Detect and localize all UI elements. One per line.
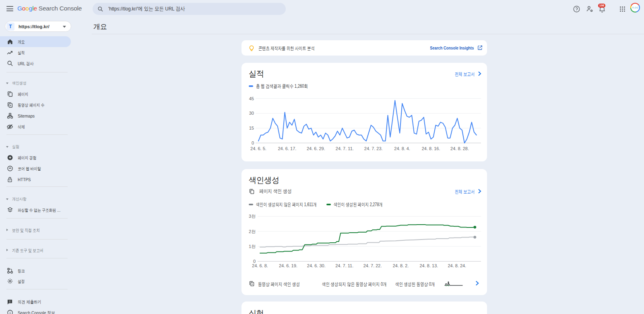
svg-text:0: 0 (252, 140, 254, 145)
page-title: 개요 (93, 22, 107, 31)
sidebar-item-https[interactable]: HTTPS (0, 174, 71, 185)
sidebar-section-indexing[interactable]: 색인생성 (0, 78, 71, 89)
svg-text:24. 7. 11.: 24. 7. 11. (336, 146, 354, 151)
video-indexing-sparkline (444, 280, 464, 287)
sidebar-item-overview[interactable]: 개요 (0, 36, 71, 47)
svg-text:24. 6. 30.: 24. 6. 30. (307, 263, 326, 268)
lightbulb-icon (248, 45, 255, 51)
video-indexing-row[interactable]: 동영상 페이지 색인 생성 색인 생성되지 않은 동영상 페이지 0개 색인 생… (242, 279, 487, 289)
svg-text:3천: 3천 (249, 214, 256, 219)
triangle-down-icon (6, 83, 8, 84)
sidebar-section-security[interactable]: 보안 및 직접 조치 (0, 225, 71, 236)
svg-text:24. 6. 5.: 24. 6. 5. (250, 146, 266, 151)
performance-card: 실적 전체 보고서 총 웹 검색결과 클릭수 1,260회 015304524.… (242, 63, 487, 161)
video-indexing-title: 동영상 페이지 색인 생성 (258, 281, 300, 288)
eye-off-icon (6, 123, 13, 130)
sidebar-item-sitemaps[interactable]: Sitemaps (0, 110, 71, 121)
sidebar-section-experience[interactable]: 실험 (0, 142, 71, 152)
sidebar-item-performance[interactable]: 실적 (0, 47, 71, 58)
insights-text: 콘텐츠 제작자를 위한 사이트 분석 (258, 45, 315, 52)
insights-banner: 콘텐츠 제작자를 위한 사이트 분석 Search Console Insigh… (242, 40, 487, 56)
pages-icon (6, 91, 13, 97)
video-not-indexed-stat: 색인 생성되지 않은 동영상 페이지 0개 (322, 281, 387, 288)
svg-text:2천: 2천 (249, 229, 256, 234)
svg-text:24. 8. 4.: 24. 8. 4. (394, 146, 410, 151)
svg-text:24. 6. 29.: 24. 6. 29. (307, 146, 325, 151)
chevron-right-icon[interactable] (475, 281, 479, 286)
help-icon (573, 5, 580, 13)
trending-up-icon (6, 49, 13, 56)
clicks-line-chart[interactable]: 015304524. 6. 5.24. 6. 17.24. 6. 29.24. … (242, 63, 487, 161)
feedback-icon (6, 298, 13, 305)
home-icon (6, 38, 13, 45)
sidebar-item-page-experience[interactable]: 페이지 경험 (0, 152, 71, 163)
sidebar-divider (6, 289, 68, 289)
sidebar-item-url-inspection[interactable]: URL 검사 (0, 58, 71, 69)
sidebar-item-feedback[interactable]: 의견 제출하기 (0, 296, 71, 307)
logo-product-name: Search Console (39, 5, 82, 12)
sidebar-section-legacy-tools[interactable]: 기존 도구 및 보고서 (0, 245, 71, 256)
hamburger-menu-icon[interactable] (6, 6, 13, 11)
svg-text:24. 7. 11.: 24. 7. 11. (335, 263, 353, 268)
insights-link[interactable]: Search Console Insights (430, 45, 474, 50)
sidebar-item-removals[interactable]: 삭제 (0, 121, 71, 132)
sidebar-divider (6, 134, 68, 135)
experience-title: 실험 (249, 308, 265, 314)
page-header: 개요 (92, 18, 644, 34)
svg-text:24. 8. 24.: 24. 8. 24. (448, 263, 466, 268)
account-avatar[interactable]: TLOG (630, 3, 640, 12)
user-settings-button[interactable] (583, 2, 596, 15)
property-label: https://tlog.kr/ (19, 24, 50, 29)
video-pages-icon (6, 101, 13, 108)
triangle-right-icon (6, 249, 8, 251)
svg-text:45: 45 (249, 96, 254, 101)
google-apps-button[interactable] (616, 2, 629, 15)
user-gear-icon (586, 5, 594, 13)
structured-data-icon (6, 207, 13, 213)
sitemaps-icon (6, 112, 13, 119)
notifications-button[interactable]: 198 (596, 2, 609, 15)
svg-text:24. 8. 28.: 24. 8. 28. (450, 146, 469, 151)
sidebar-divider (6, 239, 68, 240)
sidebar-item-video-pages[interactable]: 동영상 페이지 수 (0, 99, 71, 110)
svg-text:30: 30 (249, 111, 254, 116)
video-indexed-stat: 색인 생성된 동영상 0개 (395, 281, 435, 288)
avatar-label: TLOG (631, 4, 639, 12)
sidebar-item-pages[interactable]: 페이지 (0, 89, 71, 99)
svg-text:24. 7. 22.: 24. 7. 22. (363, 263, 382, 268)
notification-badge: 198 (598, 4, 605, 8)
help-button[interactable] (570, 2, 583, 15)
sidebar-item-unparsable-structured-data[interactable]: 파싱할 수 없는 구조화된 … (0, 205, 71, 215)
svg-text:24. 6. 8.: 24. 6. 8. (252, 263, 268, 268)
sidebar-section-enhancements[interactable]: 개선사항 (0, 194, 71, 205)
core-web-vitals-icon (6, 165, 13, 172)
external-link-icon[interactable] (477, 45, 483, 50)
sidebar-item-core-web-vitals[interactable]: 코어 웹 바이탈 (0, 163, 71, 174)
search-icon (97, 6, 103, 12)
video-pages-icon (249, 281, 255, 288)
sidebar-item-settings[interactable]: 설정 (0, 276, 71, 287)
lock-icon (6, 176, 13, 183)
url-inspection-search-input[interactable]: 'https://tlog.kr/'에 있는 모든 URL 검사 (93, 3, 286, 15)
app-logo[interactable]: GoogleSearch Console (17, 5, 82, 12)
magnifier-icon (6, 60, 13, 67)
apps-grid-icon (619, 6, 625, 12)
search-query-text: 'https://tlog.kr/'에 있는 모든 URL 검사 (108, 5, 185, 12)
property-avatar: T (6, 23, 14, 31)
info-icon (6, 309, 13, 314)
svg-text:1천: 1천 (249, 244, 256, 249)
svg-text:24. 8. 13.: 24. 8. 13. (419, 263, 438, 268)
property-selector[interactable]: T https://tlog.kr/ (5, 21, 71, 32)
gear-icon (6, 278, 13, 285)
chevron-down-icon (63, 26, 66, 28)
top-app-bar: GoogleSearch Console 'https://tlog.kr/'에… (0, 0, 644, 18)
sidebar-item-links[interactable]: 링크 (0, 265, 71, 276)
triangle-down-icon (6, 146, 8, 148)
experience-card: 실험 (242, 302, 487, 314)
page-indexing-line-chart[interactable]: 01천2천3천24. 6. 8.24. 6. 19.24. 6. 30.24. … (242, 169, 487, 279)
sidebar-divider (6, 258, 68, 258)
sidebar-item-about[interactable]: Search Console 정보 (0, 307, 71, 314)
svg-text:15: 15 (249, 126, 254, 130)
page-experience-icon (6, 154, 13, 161)
svg-text:24. 6. 17.: 24. 6. 17. (278, 146, 296, 151)
